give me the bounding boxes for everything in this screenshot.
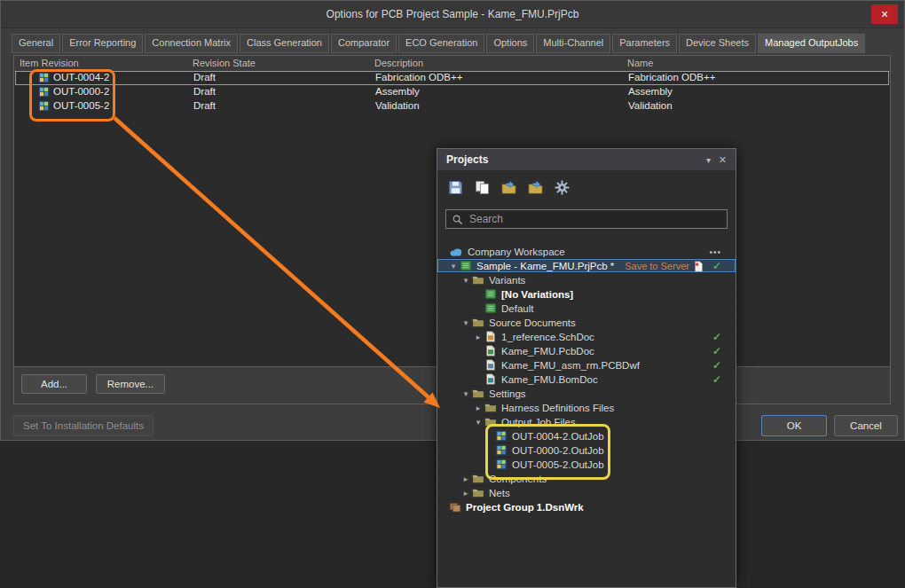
collapse-arrow-icon[interactable]: ▸: [474, 333, 483, 341]
panel-dropdown-icon[interactable]: ▾: [706, 149, 711, 171]
column-item-revision[interactable]: Item Revision: [20, 58, 79, 68]
projects-panel-title: Projects: [446, 153, 488, 166]
tree-item-bomdoc[interactable]: Kame_FMU.BomDoc ✓: [437, 372, 736, 387]
expand-arrow-icon[interactable]: ▾: [461, 276, 470, 285]
panel-settings-gear-icon[interactable]: [555, 180, 570, 195]
outjob-icon: [495, 430, 508, 442]
tree-item-default-variant[interactable]: Default: [437, 302, 736, 316]
cancel-button[interactable]: Cancel: [834, 415, 898, 436]
dialog-close-button[interactable]: ✕: [871, 4, 898, 24]
table-row[interactable]: OUT-0000-2 Draft Assembly Assembly: [15, 85, 889, 99]
tab-multi-channel[interactable]: Multi-Channel: [536, 34, 610, 53]
tab-class-generation[interactable]: Class Generation: [240, 34, 329, 53]
folder-icon: [472, 388, 484, 399]
tree-item-settings[interactable]: ▾ Settings: [437, 387, 736, 401]
tab-comparator[interactable]: Comparator: [331, 34, 397, 53]
tab-general[interactable]: General: [12, 34, 60, 53]
tree-item-label: [No Variations]: [501, 289, 573, 300]
tab-parameters[interactable]: Parameters: [612, 34, 677, 53]
tree-item-company-workspace[interactable]: Company Workspace •••: [437, 245, 736, 259]
tree-item-label: Settings: [489, 388, 526, 399]
tree-item-output-job-files[interactable]: ▾ Output Job Files: [437, 415, 736, 429]
set-to-installation-defaults-button[interactable]: Set To Installation Defaults: [13, 415, 153, 436]
collapse-arrow-icon[interactable]: ▸: [461, 474, 470, 483]
tree-item-label: Harness Definitions Files: [501, 403, 614, 413]
tree-item-outjob-0005[interactable]: OUT-0005-2.OutJob: [437, 458, 736, 472]
design-workspace-icon: [449, 501, 461, 513]
column-name[interactable]: Name: [627, 58, 653, 68]
projects-panel-titlebar: Projects ▾ ✕: [437, 149, 736, 171]
schdoc-icon: [484, 331, 497, 342]
tree-item-label: Kame_FMU_asm_rm.PCBDwf: [501, 360, 640, 371]
outjob-icon: [38, 86, 50, 98]
ok-button[interactable]: OK: [761, 415, 827, 436]
variant-board-icon: [484, 288, 497, 300]
tree-item-pcbdoc[interactable]: Kame_FMU.PcbDoc ✓: [437, 344, 736, 358]
cell-description: Validation: [375, 100, 420, 111]
check-icon: ✓: [712, 259, 721, 273]
column-description[interactable]: Description: [374, 58, 423, 68]
cloud-icon: [449, 247, 463, 257]
tree-item-components[interactable]: ▸ Components: [437, 472, 736, 486]
tab-eco-generation[interactable]: ECO Generation: [398, 34, 484, 53]
expand-arrow-icon[interactable]: ▾: [461, 389, 470, 398]
outjob-icon: [38, 100, 50, 112]
folder-icon: [484, 402, 497, 413]
tree-item-outjob-0000[interactable]: OUT-0000-2.OutJob: [437, 443, 736, 458]
folder-icon: [484, 416, 497, 427]
cell-revision-state: Draft: [193, 72, 216, 82]
collapse-arrow-icon[interactable]: ▸: [474, 404, 483, 412]
tab-managed-outputjobs[interactable]: Managed OutputJobs: [758, 34, 865, 53]
table-row[interactable]: OUT-0004-2 Draft Fabrication ODB++ Fabri…: [15, 71, 889, 85]
outjob-icon: [495, 444, 508, 456]
tree-item-nets[interactable]: ▸ Nets: [437, 486, 736, 500]
table-row[interactable]: OUT-0005-2 Draft Validation Validation: [15, 99, 889, 114]
remove-button[interactable]: Remove...: [96, 374, 165, 394]
cell-item-revision: OUT-0005-2: [53, 100, 109, 111]
tree-item-no-variations[interactable]: [No Variations]: [437, 287, 736, 302]
pcbdoc-icon: [484, 345, 497, 357]
column-revision-state[interactable]: Revision State: [193, 58, 256, 68]
tree-item-project-sample[interactable]: ▾ Sample - Kame_FMU.PrjPcb * Save to Ser…: [437, 259, 736, 273]
cell-description: Fabrication ODB++: [375, 72, 462, 82]
tree-item-variants[interactable]: ▾ Variants: [437, 273, 736, 287]
tree-item-harness-definitions[interactable]: ▸ Harness Definitions Files: [437, 401, 736, 415]
pcb-project-icon: [460, 260, 472, 271]
tree-item-label: Sample - Kame_FMU.PrjPcb *: [476, 261, 614, 271]
tree-item-pcbdwf[interactable]: Kame_FMU_asm_rm.PCBDwf ✓: [437, 358, 736, 372]
tree-item-source-documents[interactable]: ▾ Source Documents: [437, 316, 736, 330]
tree-item-label: OUT-0000-2.OutJob: [512, 445, 604, 456]
tree-item-reference-schdoc[interactable]: ▸ 1_reference.SchDoc ✓: [437, 330, 736, 344]
dialog-title: Options for PCB Project Sample - Kame_FM…: [327, 8, 579, 20]
projects-toolbar: [437, 171, 736, 203]
save-to-server-link[interactable]: Save to Server: [625, 261, 689, 271]
cell-name: Fabrication ODB++: [628, 72, 715, 82]
cell-description: Assembly: [375, 86, 420, 97]
check-icon: ✓: [712, 344, 721, 358]
copy-icon[interactable]: [475, 180, 490, 195]
expand-arrow-icon[interactable]: ▾: [461, 318, 470, 327]
collapse-arrow-icon[interactable]: ▸: [461, 489, 470, 498]
more-options-icon[interactable]: •••: [709, 247, 721, 257]
tab-device-sheets[interactable]: Device Sheets: [679, 34, 756, 53]
tab-options[interactable]: Options: [486, 34, 534, 53]
save-icon[interactable]: [448, 180, 463, 195]
open-project-icon[interactable]: [501, 180, 516, 195]
tab-error-reporting[interactable]: Error Reporting: [62, 34, 143, 53]
projects-tree: Company Workspace ••• ▾ Sample - Kame_FM…: [437, 245, 736, 514]
open-project-folder-icon[interactable]: [528, 180, 543, 195]
tree-item-label: Output Job Files: [501, 417, 576, 427]
tree-item-outjob-0004[interactable]: OUT-0004-2.OutJob: [437, 429, 736, 443]
outjob-icon: [38, 72, 50, 83]
tree-item-label: Components: [489, 474, 547, 484]
add-button[interactable]: Add...: [21, 374, 87, 394]
search-icon: [452, 214, 463, 225]
tree-item-label: Nets: [489, 488, 510, 498]
tree-item-project-group[interactable]: Project Group 1.DsnWrk: [437, 500, 736, 514]
expand-arrow-icon[interactable]: ▾: [474, 418, 483, 427]
expand-arrow-icon[interactable]: ▾: [449, 262, 458, 270]
panel-close-icon[interactable]: ✕: [719, 149, 727, 171]
tab-connection-matrix[interactable]: Connection Matrix: [145, 34, 238, 53]
tree-item-label: Company Workspace: [468, 247, 565, 257]
search-input[interactable]: [468, 212, 720, 226]
